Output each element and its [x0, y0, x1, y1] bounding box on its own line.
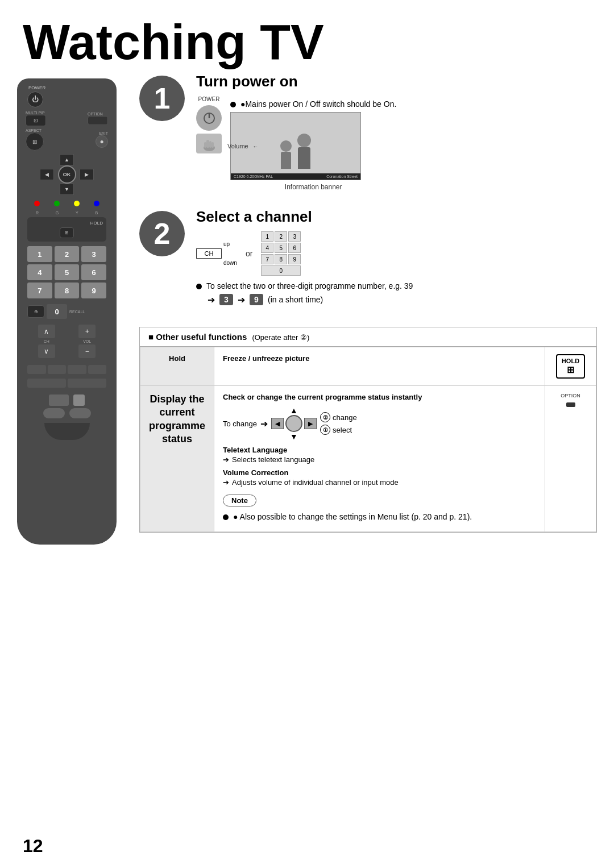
- red-button[interactable]: [34, 201, 40, 206]
- teletext-arrow: ➔: [223, 455, 229, 464]
- power-left: POWER: [196, 96, 222, 153]
- aspect-exit-row: ASPECT ⊞ EXIT ●: [23, 128, 111, 151]
- numpad: 1 2 3 4 5 6 7 8 9: [23, 244, 111, 301]
- ch-num-7[interactable]: 7: [261, 254, 273, 264]
- info-banner-container: C1920 6.200MHz PAL Coronation Street Inf…: [230, 112, 396, 191]
- ch-down-label-row: down: [196, 260, 237, 266]
- ch-up-label-row: up: [196, 241, 230, 247]
- recall-section: ⊕ 0 RECALL: [23, 303, 111, 320]
- aspect-label: ASPECT: [26, 128, 42, 132]
- bottom-buttons: [23, 408, 111, 418]
- aspect-button[interactable]: ⊞: [26, 132, 44, 151]
- green-button[interactable]: [54, 201, 60, 206]
- extra-btn-5[interactable]: [27, 379, 66, 388]
- ch-num-9[interactable]: 9: [288, 254, 301, 264]
- bottom-oval-2[interactable]: [69, 408, 91, 418]
- num-8-button[interactable]: 8: [55, 283, 80, 298]
- ch-button[interactable]: CH: [196, 248, 222, 259]
- ch-label: CH: [44, 339, 49, 343]
- remote-power-row: ⏻: [23, 92, 111, 107]
- circle-1: ①: [320, 425, 330, 435]
- ch-num-2[interactable]: 2: [275, 231, 287, 242]
- extra-btn-4[interactable]: [88, 365, 107, 374]
- ch-num-3[interactable]: 3: [288, 231, 301, 242]
- page-number: 12: [23, 836, 43, 857]
- multi-pip-label: MULTI PIP: [26, 111, 45, 115]
- page-title: Watching TV: [0, 0, 614, 73]
- nav-center-circle: [285, 415, 302, 432]
- nav-up-button[interactable]: ▲: [60, 154, 74, 165]
- info-bar-right: Coronation Street: [326, 175, 358, 178]
- step2-number: 2: [139, 211, 185, 256]
- nav-right-button[interactable]: ▶: [80, 169, 94, 180]
- note-box: Note: [223, 495, 256, 506]
- select-text: select: [333, 426, 352, 434]
- volume-text: Adjusts volume of individual channel or …: [232, 478, 399, 487]
- ch-num-1[interactable]: 1: [261, 231, 273, 242]
- display-row: Display the current programme status Che…: [140, 386, 596, 532]
- option-button[interactable]: [88, 116, 108, 125]
- exit-button[interactable]: ●: [96, 135, 108, 148]
- ch-num-8[interactable]: 8: [275, 254, 287, 264]
- option-button-display[interactable]: [566, 402, 575, 407]
- volume-label-area: Volume ←: [227, 140, 597, 151]
- nav-down-button[interactable]: ▼: [60, 184, 74, 195]
- teletext-text: Selects teletext language: [232, 455, 314, 464]
- ch-num-5[interactable]: 5: [275, 243, 287, 253]
- teletext-item: ➔ Selects teletext language: [223, 455, 536, 464]
- ch-num-4[interactable]: 4: [261, 243, 273, 253]
- vol-col: + VOL −: [68, 325, 107, 358]
- svg-rect-3: [206, 140, 209, 148]
- hold-title: Freeze / unfreeze picture: [223, 354, 309, 363]
- ok-button[interactable]: OK: [58, 165, 76, 184]
- power-button[interactable]: ⏻: [27, 92, 43, 107]
- ch-num-6[interactable]: 6: [288, 243, 301, 253]
- useful-functions-suffix: (Operate after ②): [252, 333, 309, 342]
- num-5-button[interactable]: 5: [55, 264, 80, 280]
- person-2: [297, 134, 311, 169]
- volume-correction-section: Volume Correction ➔ Adjusts volume of in…: [223, 468, 536, 487]
- extra-btn-1[interactable]: [27, 365, 46, 374]
- r-label: R: [36, 211, 39, 215]
- info-bar-left: C1920 6.200MHz PAL: [234, 175, 273, 178]
- ch-numpad: 1 2 3 4 5 6 7 8 9 0: [261, 231, 301, 276]
- extra-btn-3[interactable]: [68, 365, 86, 374]
- num-1-button[interactable]: 1: [27, 246, 52, 262]
- yellow-button[interactable]: [74, 201, 80, 206]
- hold-button[interactable]: ⊞: [60, 227, 74, 238]
- ch-num-0[interactable]: 0: [261, 265, 301, 276]
- remote-control: POWER ⏻ MULTI PIP ⊡ OPTION: [17, 78, 128, 545]
- num-7-button[interactable]: 7: [27, 283, 52, 298]
- nav-cluster: ▲ ◀ OK ▶ ▼: [40, 154, 94, 195]
- volume-arrow-bullet: ➔: [223, 478, 229, 487]
- ch-up-button[interactable]: ∧: [38, 325, 55, 338]
- bullet-dot: [230, 102, 236, 107]
- short-time-text: (in a short time): [268, 295, 323, 304]
- or-text: or: [246, 249, 252, 258]
- nav-down-arrow: ▼: [290, 432, 298, 441]
- ch-down-button[interactable]: ∨: [38, 344, 55, 358]
- hold-row: Hold Freeze / unfreeze picture HOLD ⊞: [140, 347, 596, 386]
- extra-buttons: [23, 363, 111, 376]
- option-label: OPTION: [88, 112, 103, 116]
- extra-btn-2[interactable]: [48, 365, 67, 374]
- vol-down-button[interactable]: −: [78, 344, 96, 358]
- multi-pip-button[interactable]: ⊡: [26, 115, 46, 126]
- extra-btn-6[interactable]: [68, 379, 106, 388]
- num-9-button[interactable]: 9: [81, 283, 106, 298]
- num-0-button[interactable]: 0: [47, 304, 67, 319]
- bottom-oval-1[interactable]: [43, 408, 65, 418]
- blue-button[interactable]: [94, 201, 99, 206]
- num-3-button[interactable]: 3: [81, 246, 106, 262]
- num-4-button[interactable]: 4: [27, 264, 52, 280]
- nav-pad-diagram: ▲ ◀ ▶ ▼: [271, 406, 317, 441]
- num-6-button[interactable]: 6: [81, 264, 106, 280]
- num-2-button[interactable]: 2: [55, 246, 80, 262]
- nav-up-row: ▲: [40, 154, 94, 165]
- vol-up-button[interactable]: +: [78, 325, 96, 338]
- nav-left-button[interactable]: ◀: [40, 169, 54, 180]
- arrow-right-1: ➔: [208, 294, 215, 305]
- digit-bullet-text: To select the two or three-digit program…: [206, 281, 413, 290]
- step1-section: 1 Turn power on POWER: [139, 73, 597, 191]
- plus-button[interactable]: ⊕: [27, 305, 44, 318]
